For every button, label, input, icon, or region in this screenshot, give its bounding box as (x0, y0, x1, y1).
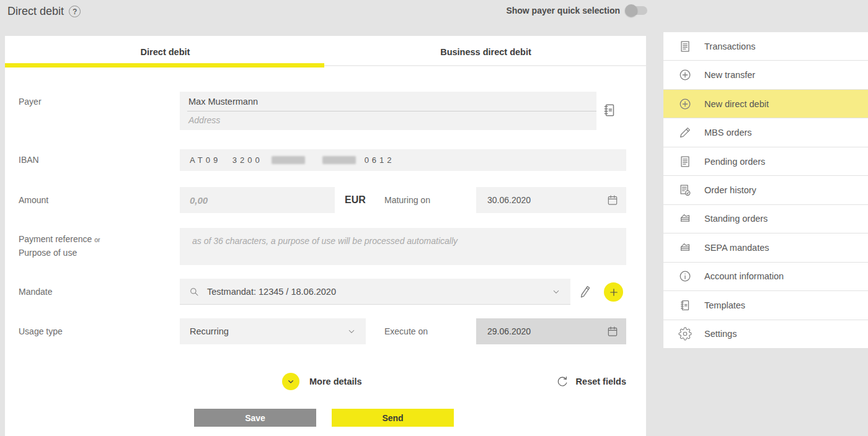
document-icon (678, 40, 692, 53)
iban-redacted-block (272, 156, 305, 164)
pencil-icon (578, 284, 593, 299)
iban-label: IBAN (19, 155, 39, 165)
more-details-label: More details (309, 377, 362, 386)
payer-field-divider (187, 111, 596, 111)
action-sidebar: Transactions New transfer New direct deb… (663, 32, 868, 348)
toggle-label: Show payer quick selection (506, 6, 620, 15)
amount-placeholder: 0,00 (190, 195, 208, 206)
payer-label: Payer (19, 97, 42, 107)
mandate-combobox[interactable]: Testmandat: 12345 / 18.06.2020 (180, 279, 570, 305)
address-book-button[interactable] (600, 100, 619, 120)
execute-date-field[interactable]: 29.06.2020 (476, 318, 626, 344)
mandate-value: Testmandat: 12345 / 18.06.2020 (207, 287, 551, 297)
reset-fields-button[interactable]: Reset fields (556, 375, 626, 388)
sidebar-item-new-transfer[interactable]: New transfer (663, 61, 868, 89)
amount-input[interactable]: 0,00 (180, 187, 335, 213)
sidebar-item-settings[interactable]: Settings (663, 320, 868, 348)
iban-redacted-block (322, 156, 356, 164)
document-check-icon (678, 183, 692, 197)
sidebar-item-mbs-orders[interactable]: MBS orders (663, 118, 868, 147)
direct-debit-form-card: Direct debit Business direct debit Payer… (5, 36, 646, 436)
active-tab-indicator (5, 63, 324, 68)
sidebar-item-new-direct-debit[interactable]: New direct debit (663, 90, 868, 118)
info-icon (678, 269, 692, 283)
stack-icon (678, 212, 692, 225)
payment-reference-placeholder: as of 36 characters, a purpose of use wi… (192, 236, 458, 246)
chevron-down-icon (346, 326, 357, 337)
execute-date-value: 29.06.2020 (487, 326, 531, 336)
iban-value: AT09 32000612 (190, 155, 395, 165)
execute-on-label: Execute on (384, 318, 428, 344)
address-book-icon (601, 102, 618, 118)
sidebar-item-order-history[interactable]: Order history (663, 176, 868, 204)
help-icon[interactable]: ? (69, 6, 81, 17)
calendar-icon[interactable] (606, 194, 619, 206)
chevron-down-icon (286, 377, 296, 386)
payment-reference-input[interactable]: as of 36 characters, a purpose of use wi… (180, 228, 626, 265)
chevron-down-icon[interactable] (551, 286, 562, 297)
gear-icon (678, 327, 692, 341)
toggle-knob (625, 4, 637, 17)
usage-type-value: Recurring (190, 326, 229, 336)
sidebar-item-transactions[interactable]: Transactions (663, 32, 868, 61)
currency-label: EUR (345, 187, 366, 213)
pencil-icon (678, 126, 692, 139)
sidebar-item-sepa-mandates[interactable]: SEPA mandates (663, 233, 868, 262)
mandate-label: Mandate (19, 287, 52, 297)
maturing-date-field[interactable]: 30.06.2020 (476, 187, 626, 213)
tab-bar: Direct debit Business direct debit (5, 36, 646, 68)
search-icon (188, 286, 200, 297)
tab-business-direct-debit[interactable]: Business direct debit (326, 36, 646, 68)
edit-mandate-button[interactable] (577, 283, 594, 300)
reset-icon (556, 375, 569, 388)
amount-label: Amount (19, 195, 48, 205)
reset-fields-label: Reset fields (576, 377, 626, 386)
plus-circle-icon (678, 68, 692, 82)
sidebar-item-standing-orders[interactable]: Standing orders (663, 205, 868, 233)
more-details-button[interactable]: More details (282, 373, 362, 390)
calendar-icon (606, 325, 619, 338)
payer-field[interactable]: Max Mustermann Address (180, 92, 596, 130)
payment-reference-label: Payment reference or Purpose of use (19, 233, 100, 259)
sidebar-item-pending-orders[interactable]: Pending orders (663, 147, 868, 176)
notebook-icon (678, 299, 692, 312)
maturing-date-value: 30.06.2020 (487, 195, 531, 205)
expand-circle (282, 373, 299, 390)
usage-type-label: Usage type (19, 326, 63, 336)
page-title: Direct debit (7, 5, 64, 18)
usage-type-dropdown[interactable]: Recurring (180, 318, 366, 344)
stack-icon (678, 241, 692, 255)
payer-name-value[interactable]: Max Mustermann (180, 92, 596, 107)
save-button[interactable]: Save (194, 409, 316, 427)
send-button[interactable]: Send (332, 409, 454, 427)
plus-icon (608, 287, 619, 298)
sidebar-item-account-information[interactable]: Account information (663, 263, 868, 291)
payer-quick-selection-toggle[interactable] (626, 6, 647, 15)
add-mandate-button[interactable] (604, 282, 623, 302)
sidebar-item-templates[interactable]: Templates (663, 291, 868, 320)
document-icon (678, 155, 692, 168)
payer-address-input[interactable]: Address (188, 115, 220, 125)
maturing-on-label: Maturing on (384, 187, 430, 213)
iban-field[interactable]: AT09 32000612 (180, 149, 626, 171)
plus-circle-icon (678, 97, 692, 111)
